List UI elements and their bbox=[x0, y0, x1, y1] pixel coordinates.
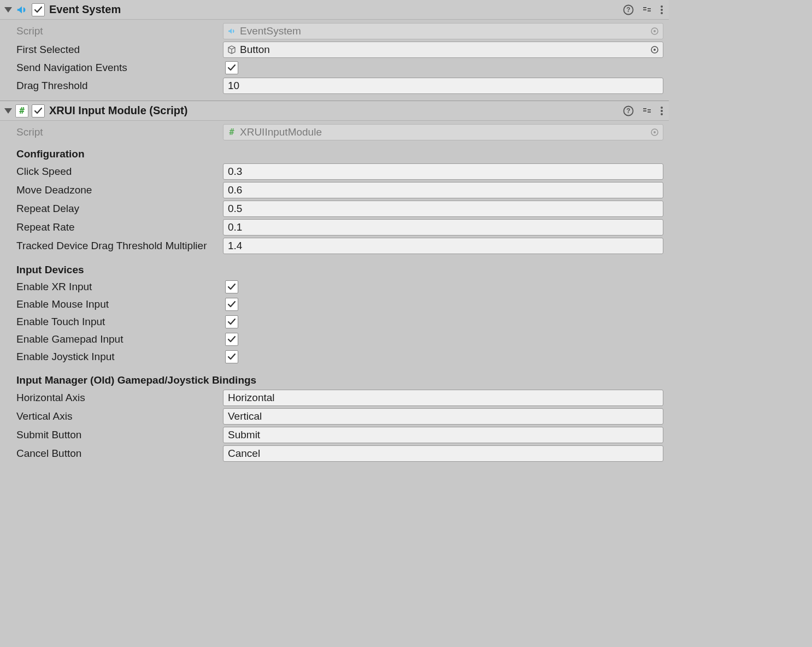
gameobject-cube-icon bbox=[227, 45, 237, 55]
enable-gamepad-label: Enable Gamepad Input bbox=[4, 333, 223, 345]
component-xrui-input-module: # XRUI Input Module (Script) ? Script # … bbox=[0, 101, 669, 468]
svg-point-4 bbox=[661, 12, 663, 14]
repeat-rate-input[interactable] bbox=[223, 219, 663, 236]
enable-joystick-label: Enable Joystick Input bbox=[4, 351, 223, 363]
foldout-toggle-icon[interactable] bbox=[4, 108, 12, 114]
component-title: XRUI Input Module (Script) bbox=[49, 104, 623, 117]
repeat-rate-label: Repeat Rate bbox=[4, 221, 223, 233]
svg-point-6 bbox=[654, 30, 656, 32]
component-header: # XRUI Input Module (Script) ? bbox=[0, 101, 669, 121]
object-picker-icon[interactable] bbox=[649, 44, 661, 56]
cancel-button-label: Cancel Button bbox=[4, 448, 223, 460]
drag-threshold-input[interactable] bbox=[223, 78, 663, 94]
horizontal-axis-label: Horizontal Axis bbox=[4, 392, 223, 404]
vertical-axis-input[interactable] bbox=[223, 408, 663, 425]
svg-point-11 bbox=[661, 107, 663, 109]
svg-point-13 bbox=[661, 113, 663, 115]
csharp-script-icon: # bbox=[15, 104, 28, 117]
svg-point-8 bbox=[654, 49, 656, 51]
presets-icon[interactable] bbox=[642, 105, 652, 116]
object-picker-icon bbox=[649, 126, 661, 138]
cancel-button-input[interactable] bbox=[223, 445, 663, 462]
submit-button-label: Submit Button bbox=[4, 429, 223, 441]
kebab-menu-icon[interactable] bbox=[660, 105, 663, 116]
tracked-multiplier-label: Tracked Device Drag Threshold Multiplier bbox=[4, 240, 223, 252]
send-navigation-checkbox[interactable] bbox=[225, 61, 238, 74]
script-field: EventSystem bbox=[223, 23, 663, 39]
enable-joystick-checkbox[interactable] bbox=[225, 350, 238, 363]
enable-xr-label: Enable XR Input bbox=[4, 281, 223, 293]
help-icon[interactable]: ? bbox=[623, 105, 634, 116]
tracked-multiplier-input[interactable] bbox=[223, 238, 663, 254]
event-system-icon bbox=[15, 3, 28, 16]
component-event-system: Event System ? Script EventSystem F bbox=[0, 0, 669, 101]
section-configuration: Configuration bbox=[4, 142, 664, 162]
component-header: Event System ? bbox=[0, 0, 669, 20]
enable-mouse-label: Enable Mouse Input bbox=[4, 298, 223, 310]
event-system-script-icon bbox=[227, 26, 237, 36]
object-picker-icon bbox=[649, 25, 661, 37]
move-deadzone-input[interactable] bbox=[223, 182, 663, 198]
script-label: Script bbox=[4, 25, 223, 37]
enable-mouse-checkbox[interactable] bbox=[225, 298, 238, 311]
submit-button-input[interactable] bbox=[223, 427, 663, 443]
svg-point-3 bbox=[661, 9, 663, 11]
drag-threshold-label: Drag Threshold bbox=[4, 80, 223, 92]
repeat-delay-label: Repeat Delay bbox=[4, 203, 223, 215]
svg-text:?: ? bbox=[626, 107, 630, 115]
enable-touch-checkbox[interactable] bbox=[225, 315, 238, 328]
svg-point-2 bbox=[661, 5, 663, 8]
component-title: Event System bbox=[49, 3, 623, 16]
svg-point-12 bbox=[661, 110, 663, 112]
first-selected-label: First Selected bbox=[4, 44, 223, 56]
svg-point-15 bbox=[654, 131, 656, 133]
component-enabled-checkbox[interactable] bbox=[32, 104, 45, 117]
csharp-small-icon: # bbox=[227, 127, 237, 137]
first-selected-field[interactable]: Button bbox=[223, 42, 663, 58]
section-input-devices: Input Devices bbox=[4, 255, 664, 278]
component-enabled-checkbox[interactable] bbox=[32, 3, 45, 16]
enable-touch-label: Enable Touch Input bbox=[4, 316, 223, 328]
foldout-toggle-icon[interactable] bbox=[4, 7, 12, 13]
section-input-manager-bindings: Input Manager (Old) Gamepad/Joystick Bin… bbox=[4, 366, 664, 389]
move-deadzone-label: Move Deadzone bbox=[4, 184, 223, 196]
enable-gamepad-checkbox[interactable] bbox=[225, 333, 238, 346]
script-label: Script bbox=[4, 126, 223, 138]
help-icon[interactable]: ? bbox=[623, 4, 634, 15]
script-field: # XRUIInputModule bbox=[223, 124, 663, 140]
repeat-delay-input[interactable] bbox=[223, 201, 663, 217]
send-navigation-label: Send Navigation Events bbox=[4, 62, 223, 74]
horizontal-axis-input[interactable] bbox=[223, 390, 663, 406]
presets-icon[interactable] bbox=[642, 4, 652, 15]
enable-xr-checkbox[interactable] bbox=[225, 280, 238, 293]
kebab-menu-icon[interactable] bbox=[660, 4, 663, 15]
vertical-axis-label: Vertical Axis bbox=[4, 410, 223, 422]
svg-text:?: ? bbox=[626, 6, 630, 14]
click-speed-input[interactable] bbox=[223, 163, 663, 180]
click-speed-label: Click Speed bbox=[4, 166, 223, 178]
